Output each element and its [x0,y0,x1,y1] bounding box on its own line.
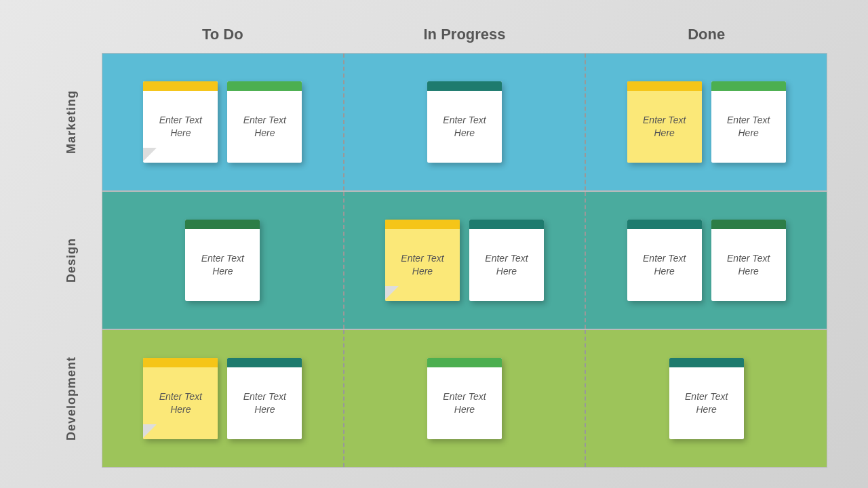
marketing-label: Marketing [64,90,79,154]
cell-design-todo: Enter Text Here [102,192,344,329]
cell-marketing-inprogress: Enter Text Here [344,54,587,190]
column-headers: To Do In Progress Done [102,20,827,50]
note-body: Enter Text Here [711,91,786,163]
row-labels: Marketing Design Development [41,53,102,468]
note[interactable]: Enter Text Here [669,358,744,439]
note[interactable]: Enter Text Here [711,220,786,301]
design-label: Design [64,238,79,283]
note[interactable]: Enter Text Here [469,220,544,301]
note[interactable]: Enter Text Here [711,81,786,163]
row-label-marketing: Marketing [41,53,102,191]
col-done-label: Done [688,26,725,43]
board-body: Marketing Design Development Enter Text … [41,53,827,468]
note[interactable]: Enter Text Here [385,220,460,301]
note-tab [143,81,218,91]
note-text: Enter Text Here [633,114,696,140]
col-header-todo: To Do [102,20,344,50]
note-text: Enter Text Here [191,252,254,278]
note-text: Enter Text Here [149,390,212,416]
note-body: Enter Text Here [469,229,544,301]
note-body: Enter Text Here [669,367,744,439]
note-tab [711,220,786,229]
note-tab [385,220,460,229]
kanban-board: To Do In Progress Done Marketing Design … [41,20,827,468]
cell-design-done: Enter Text Here Enter Text Here [586,192,827,329]
note-body: Enter Text Here [385,229,460,301]
note[interactable]: Enter Text Here [427,358,502,439]
row-development: Enter Text Here Enter Text Here [102,330,827,467]
note-text: Enter Text Here [675,390,738,416]
note-text: Enter Text Here [233,114,296,140]
note[interactable]: Enter Text Here [227,81,302,163]
note-body: Enter Text Here [227,91,302,163]
col-inprogress-label: In Progress [423,26,505,43]
note-tab [185,220,260,229]
cell-development-todo: Enter Text Here Enter Text Here [102,330,344,467]
note-body: Enter Text Here [427,91,502,163]
cell-development-inprogress: Enter Text Here [344,330,587,467]
note-tab [711,81,786,91]
note-tab [227,358,302,367]
row-marketing: Enter Text Here Enter Text Here [102,54,827,192]
note-text: Enter Text Here [633,252,696,278]
cell-marketing-done: Enter Text Here Enter Text Here [586,54,827,190]
row-label-design: Design [41,191,102,329]
row-label-development: Development [41,329,102,468]
note-text: Enter Text Here [717,114,781,140]
note-text: Enter Text Here [717,252,781,278]
note-tab [427,358,502,367]
note-text: Enter Text Here [433,114,496,140]
note[interactable]: Enter Text Here [185,220,260,301]
note-tab [627,81,702,91]
row-design: Enter Text Here Enter Text Here [102,192,827,330]
note[interactable]: Enter Text Here [227,358,302,439]
note[interactable]: Enter Text Here [143,81,218,163]
note-body: Enter Text Here [711,229,786,301]
note-text: Enter Text Here [433,390,496,416]
note[interactable]: Enter Text Here [143,358,218,439]
note-tab [627,220,702,229]
note-tab [669,358,744,367]
note[interactable]: Enter Text Here [427,81,502,163]
col-header-done: Done [585,20,827,50]
note-body: Enter Text Here [427,367,502,439]
note[interactable]: Enter Text Here [627,81,702,163]
development-label: Development [64,357,79,441]
note-body: Enter Text Here [627,229,702,301]
cell-development-done: Enter Text Here [586,330,827,467]
kanban-grid: Enter Text Here Enter Text Here [102,53,827,468]
note-body: Enter Text Here [627,91,702,163]
note-body: Enter Text Here [143,367,218,439]
note-body: Enter Text Here [143,91,218,163]
cell-marketing-todo: Enter Text Here Enter Text Here [102,54,344,190]
note-body: Enter Text Here [185,229,260,301]
col-todo-label: To Do [202,26,243,43]
note-text: Enter Text Here [149,114,212,140]
note-body: Enter Text Here [227,367,302,439]
cell-design-inprogress: Enter Text Here Enter Text Here [344,192,587,329]
note-tab [227,81,302,91]
note-text: Enter Text Here [391,252,454,278]
col-header-inprogress: In Progress [344,20,586,50]
note-tab [143,358,218,367]
note-text: Enter Text Here [475,252,538,278]
note[interactable]: Enter Text Here [627,220,702,301]
note-tab [469,220,544,229]
note-text: Enter Text Here [233,390,296,416]
note-tab [427,81,502,91]
